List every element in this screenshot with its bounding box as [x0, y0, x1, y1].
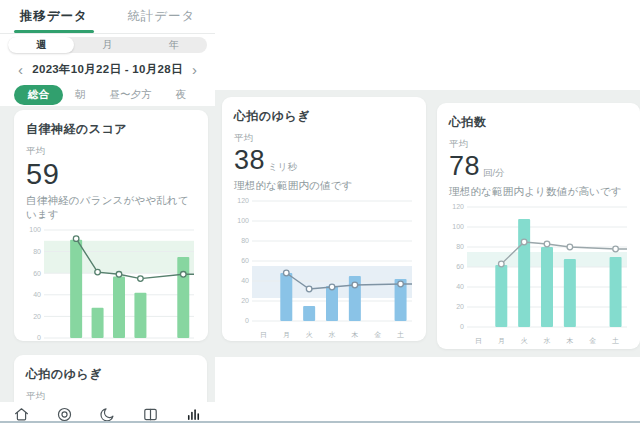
- svg-text:火: 火: [521, 337, 528, 344]
- card-description: 理想的な範囲内より数値が高いです: [449, 185, 628, 199]
- svg-text:80: 80: [33, 248, 41, 255]
- segment-week[interactable]: 週: [8, 37, 74, 53]
- svg-text:40: 40: [241, 277, 249, 284]
- card-autonomic-score[interactable]: 自律神経のスコア 平均 59 自律神経のバランスがやや乱れています 020406…: [14, 110, 208, 341]
- card-title: 自律神経のスコア: [26, 121, 196, 138]
- period-segmented-control: 週 月 年: [8, 37, 207, 53]
- average-label: 平均: [449, 138, 628, 151]
- bar-line-chart: 020406080100日月火水木金土: [26, 224, 198, 341]
- svg-text:40: 40: [33, 291, 41, 298]
- average-label: 平均: [234, 132, 414, 145]
- card-title: 心拍のゆらぎ: [26, 366, 195, 383]
- svg-text:100: 100: [29, 226, 41, 233]
- next-week-icon[interactable]: ›: [190, 62, 199, 77]
- svg-text:土: 土: [612, 337, 619, 344]
- svg-text:100: 100: [452, 223, 464, 230]
- svg-text:80: 80: [456, 243, 464, 250]
- bottom-nav-bar: [0, 402, 215, 427]
- value-unit: ミリ秒: [268, 162, 297, 172]
- svg-text:水: 水: [544, 337, 551, 344]
- svg-text:60: 60: [241, 257, 249, 264]
- average-value: 59: [26, 160, 59, 189]
- svg-text:120: 120: [237, 197, 249, 204]
- tab-transition-data[interactable]: 推移データ: [0, 0, 108, 33]
- svg-text:日: 日: [475, 337, 482, 345]
- tab-statistics-data[interactable]: 統計データ: [108, 0, 216, 33]
- svg-text:火: 火: [306, 331, 313, 338]
- active-tab-underline: [14, 30, 94, 33]
- average-label: 平均: [26, 145, 196, 158]
- filter-noon-evening[interactable]: 昼〜夕方: [98, 85, 164, 105]
- svg-text:40: 40: [456, 283, 464, 290]
- value-unit: 回/分: [483, 168, 505, 178]
- svg-text:日: 日: [260, 331, 267, 339]
- card-description: 自律神経のバランスがやや乱れています: [26, 194, 196, 222]
- svg-text:月: 月: [283, 331, 290, 339]
- svg-text:0: 0: [460, 323, 464, 330]
- time-of-day-filters: 総合 朝 昼〜夕方 夜: [14, 85, 209, 105]
- average-value: 38: [234, 147, 265, 174]
- segment-year[interactable]: 年: [141, 37, 207, 53]
- svg-text:80: 80: [241, 237, 249, 244]
- date-navigation: ‹ 2023年10月22日 - 10月28日 ›: [0, 57, 215, 81]
- filter-overall[interactable]: 総合: [14, 85, 63, 105]
- card-description: 理想的な範囲内の値です: [234, 179, 414, 193]
- card-heart-rate[interactable]: 心拍数 平均 78 回/分 理想的な範囲内より数値が高いです 020406080…: [437, 103, 640, 349]
- date-range-label: 2023年10月22日 - 10月28日: [32, 62, 182, 77]
- svg-text:金: 金: [589, 337, 596, 344]
- header-tabs: 推移データ 統計データ: [0, 0, 215, 34]
- svg-text:木: 木: [351, 331, 358, 338]
- svg-text:100: 100: [237, 217, 249, 224]
- prev-week-icon[interactable]: ‹: [16, 62, 25, 77]
- svg-text:土: 土: [397, 331, 404, 338]
- heart-rate-chart: 020406080100120日月火水木金土: [449, 201, 628, 349]
- bar-line-chart: 020406080100120日月火水木金土: [234, 195, 416, 341]
- svg-text:0: 0: [245, 317, 249, 324]
- autonomic-score-chart: 020406080100日月火水木金土: [26, 224, 196, 341]
- svg-text:60: 60: [33, 270, 41, 277]
- average-label: 平均: [26, 390, 195, 402]
- svg-text:0: 0: [37, 334, 41, 341]
- segment-month[interactable]: 月: [74, 37, 140, 53]
- svg-text:水: 水: [329, 331, 336, 338]
- hrv-chart: 020406080100120日月火水木金土: [234, 195, 414, 341]
- svg-text:金: 金: [374, 331, 381, 338]
- filter-morning[interactable]: 朝: [63, 85, 98, 105]
- svg-text:120: 120: [452, 203, 464, 210]
- svg-text:20: 20: [241, 297, 249, 304]
- app-screen: 推移データ 統計データ 週 月 年 ‹ 2023年10月22日 - 10月28日…: [0, 0, 640, 427]
- svg-text:60: 60: [456, 263, 464, 270]
- card-hrv-partial[interactable]: 心拍のゆらぎ 平均: [14, 355, 207, 402]
- svg-text:20: 20: [33, 313, 41, 320]
- bottom-divider-line: [0, 421, 640, 423]
- card-hrv[interactable]: 心拍のゆらぎ 平均 38 ミリ秒 理想的な範囲内の値です 02040608010…: [222, 97, 426, 341]
- bottom-right-panel: [215, 357, 640, 421]
- card-title: 心拍数: [449, 114, 628, 131]
- tab-label: 推移データ: [20, 8, 88, 25]
- tab-label: 統計データ: [127, 8, 195, 25]
- svg-text:月: 月: [498, 337, 505, 345]
- filter-night[interactable]: 夜: [164, 85, 199, 105]
- average-value: 78: [449, 153, 480, 180]
- card-title: 心拍のゆらぎ: [234, 108, 414, 125]
- svg-text:木: 木: [566, 337, 573, 344]
- bar-line-chart: 020406080100120日月火水木金土: [449, 201, 631, 349]
- svg-text:20: 20: [456, 303, 464, 310]
